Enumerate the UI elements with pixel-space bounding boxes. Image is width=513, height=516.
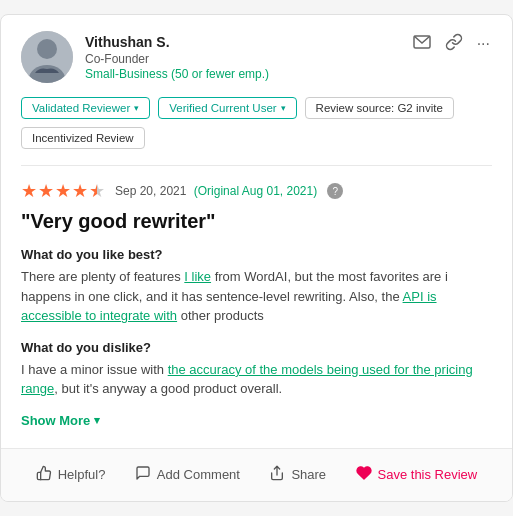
share-label: Share: [291, 467, 326, 482]
heart-icon: [356, 465, 372, 485]
divider: [21, 165, 492, 166]
badge-incentivized[interactable]: Incentivized Review: [21, 127, 145, 149]
email-icon[interactable]: [411, 33, 433, 55]
badge-review-source[interactable]: Review source: G2 invite: [305, 97, 454, 119]
review-meta: ★ ★ ★ ★ ★ Sep 20, 2021 (Original Aug 01,…: [21, 180, 492, 202]
star-rating: ★ ★ ★ ★ ★: [21, 180, 105, 202]
highlight-text-2: API is accessible to integrate with: [21, 289, 437, 324]
chevron-down-icon: ▾: [281, 103, 286, 113]
share-button[interactable]: Share: [261, 461, 334, 489]
review-card: Vithushan S. Co-Founder Small-Business (…: [0, 14, 513, 502]
card-footer: Helpful? Add Comment Share: [1, 448, 512, 501]
review-question-1: What do you like best?: [21, 247, 492, 262]
svg-point-1: [37, 39, 57, 59]
save-label: Save this Review: [378, 467, 478, 482]
badges-container: Validated Reviewer ▾ Verified Current Us…: [21, 97, 492, 149]
reviewer-info: Vithushan S. Co-Founder Small-Business (…: [21, 31, 269, 83]
reviewer-company: Small-Business (50 or fewer emp.): [85, 67, 269, 81]
review-answer-2: I have a minor issue with the accuracy o…: [21, 360, 492, 399]
info-icon[interactable]: ?: [327, 183, 343, 199]
review-answer-1: There are plenty of features I like from…: [21, 267, 492, 326]
review-title: "Very good rewriter": [21, 210, 492, 233]
thumbs-up-icon: [36, 465, 52, 485]
chevron-down-icon: ▾: [134, 103, 139, 113]
header-actions: ···: [411, 31, 492, 57]
highlight-text-3: the accuracy of the models being used fo…: [21, 362, 473, 397]
reviewer-header: Vithushan S. Co-Founder Small-Business (…: [21, 31, 492, 83]
star-3: ★: [55, 180, 71, 202]
badge-verified-user[interactable]: Verified Current User ▾: [158, 97, 296, 119]
helpful-button[interactable]: Helpful?: [28, 461, 114, 489]
review-question-2: What do you dislike?: [21, 340, 492, 355]
show-more-button[interactable]: Show More ▾: [21, 413, 492, 428]
review-date: Sep 20, 2021 (Original Aug 01, 2021): [115, 184, 317, 198]
highlight-text: I like: [184, 269, 211, 284]
star-1: ★: [21, 180, 37, 202]
show-more-label: Show More: [21, 413, 90, 428]
badge-label: Verified Current User: [169, 102, 276, 114]
save-review-button[interactable]: Save this Review: [348, 461, 486, 489]
chevron-down-icon: ▾: [94, 414, 100, 427]
badge-validated-reviewer[interactable]: Validated Reviewer ▾: [21, 97, 150, 119]
reviewer-details: Vithushan S. Co-Founder Small-Business (…: [85, 34, 269, 81]
link-icon[interactable]: [443, 31, 465, 57]
reviewer-name: Vithushan S.: [85, 34, 269, 50]
star-5-half: ★: [89, 180, 105, 202]
badge-label: Incentivized Review: [32, 132, 134, 144]
more-options-icon[interactable]: ···: [475, 33, 492, 55]
helpful-label: Helpful?: [58, 467, 106, 482]
star-2: ★: [38, 180, 54, 202]
card-body: Vithushan S. Co-Founder Small-Business (…: [1, 15, 512, 448]
badge-label: Review source: G2 invite: [316, 102, 443, 114]
comment-icon: [135, 465, 151, 485]
star-4: ★: [72, 180, 88, 202]
comment-label: Add Comment: [157, 467, 240, 482]
add-comment-button[interactable]: Add Comment: [127, 461, 248, 489]
reviewer-title: Co-Founder: [85, 52, 269, 66]
avatar: [21, 31, 73, 83]
share-icon: [269, 465, 285, 485]
badge-label: Validated Reviewer: [32, 102, 130, 114]
